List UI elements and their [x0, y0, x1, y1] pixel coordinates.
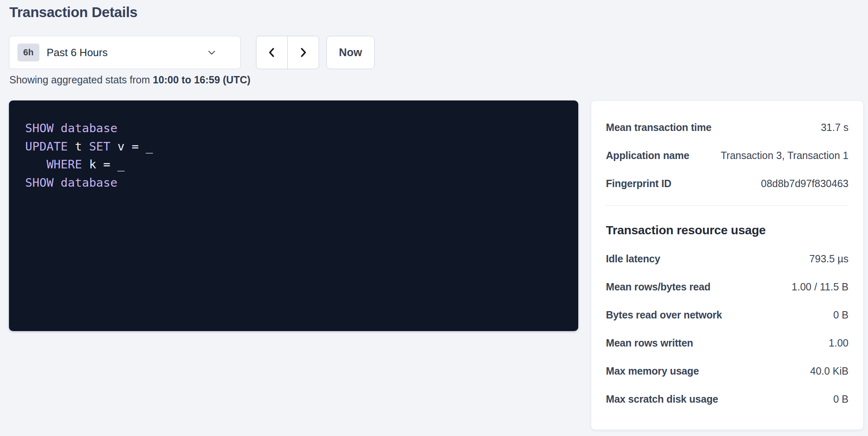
- time-range-select[interactable]: 6h Past 6 Hours: [9, 36, 241, 69]
- detail-value: 40.0 KiB: [810, 365, 848, 377]
- sql-line: SHOW database: [25, 119, 562, 137]
- sql-keyword-token: database: [61, 176, 117, 190]
- chevron-right-icon: [296, 46, 310, 59]
- sql-keyword-token: SHOW: [25, 121, 54, 135]
- sql-keyword-token: UPDATE: [25, 140, 68, 153]
- detail-value: Transaction 3, Transaction 1: [720, 149, 848, 161]
- detail-row: Max scratch disk usage0 B: [606, 393, 848, 405]
- detail-row: Idle latency793.5 µs: [606, 253, 848, 265]
- sql-plain-token: [25, 157, 46, 171]
- detail-row: Max memory usage40.0 KiB: [606, 365, 848, 377]
- sql-line: WHERE k = _: [25, 155, 562, 174]
- detail-row: Application nameTransaction 3, Transacti…: [606, 149, 848, 161]
- sql-keyword-token: database: [61, 121, 117, 135]
- detail-value: 1.00: [829, 337, 848, 349]
- detail-row: Mean transaction time31.7 s: [606, 121, 848, 133]
- detail-value: 1.00 / 11.5 B: [792, 281, 848, 293]
- aggregation-summary: Showing aggregated stats from 10:00 to 1…: [9, 74, 250, 86]
- sql-line: UPDATE t SET v = _: [25, 137, 562, 156]
- detail-label: Application name: [606, 149, 689, 161]
- sql-plain-token: [54, 121, 61, 135]
- sql-keyword-token: SET: [89, 140, 110, 153]
- detail-value: 793.5 µs: [809, 253, 848, 265]
- aggregation-summary-prefix: Showing aggregated stats from: [9, 74, 153, 85]
- detail-label: Max scratch disk usage: [606, 393, 718, 405]
- detail-row: Bytes read over network0 B: [606, 309, 848, 321]
- sql-plain-token: v = _: [111, 140, 153, 153]
- sql-statement-box: SHOW databaseUPDATE t SET v = _ WHERE k …: [9, 100, 578, 331]
- transaction-details-card: Mean transaction time31.7 sApplication n…: [591, 100, 864, 430]
- detail-label: Bytes read over network: [606, 309, 722, 321]
- now-button[interactable]: Now: [326, 36, 375, 69]
- resource-usage-heading: Transaction resource usage: [606, 222, 848, 238]
- detail-row: Mean rows written1.00: [606, 337, 848, 349]
- time-range-badge: 6h: [17, 44, 39, 61]
- sql-line: SHOW database: [25, 174, 562, 192]
- detail-value: 0 B: [833, 393, 848, 405]
- detail-label: Fingerprint ID: [606, 177, 671, 190]
- sql-keyword-token: SHOW: [25, 176, 54, 190]
- chevron-left-icon: [265, 46, 279, 59]
- detail-label: Mean rows written: [606, 337, 693, 349]
- next-range-button[interactable]: [287, 36, 319, 69]
- detail-row: Fingerprint ID08d8b7d97f830463: [606, 177, 848, 190]
- card-divider: [606, 205, 848, 206]
- sql-plain-token: t: [68, 140, 89, 153]
- page-title: Transaction Details: [9, 4, 137, 20]
- prev-range-button[interactable]: [256, 36, 288, 69]
- detail-label: Max memory usage: [606, 365, 699, 377]
- sql-statement-text: SHOW databaseUPDATE t SET v = _ WHERE k …: [25, 119, 562, 192]
- detail-row: Mean rows/bytes read1.00 / 11.5 B: [606, 281, 848, 293]
- detail-value: 0 B: [833, 309, 848, 321]
- sql-keyword-token: WHERE: [46, 157, 82, 171]
- detail-value: 08d8b7d97f830463: [761, 177, 848, 190]
- time-range-label: Past 6 Hours: [47, 46, 108, 59]
- overview-stats-section: Mean transaction time31.7 sApplication n…: [606, 121, 848, 190]
- detail-label: Mean transaction time: [606, 121, 712, 133]
- detail-label: Idle latency: [606, 253, 660, 265]
- detail-value: 31.7 s: [821, 121, 848, 133]
- resource-usage-section: Idle latency793.5 µsMean rows/bytes read…: [606, 253, 848, 405]
- detail-label: Mean rows/bytes read: [606, 281, 710, 293]
- time-range-nav-group: [256, 36, 319, 69]
- sql-plain-token: k = _: [82, 157, 125, 171]
- chevron-down-icon: [207, 48, 217, 57]
- aggregation-summary-range: 10:00 to 16:59 (UTC): [153, 74, 250, 85]
- sql-plain-token: [54, 176, 61, 190]
